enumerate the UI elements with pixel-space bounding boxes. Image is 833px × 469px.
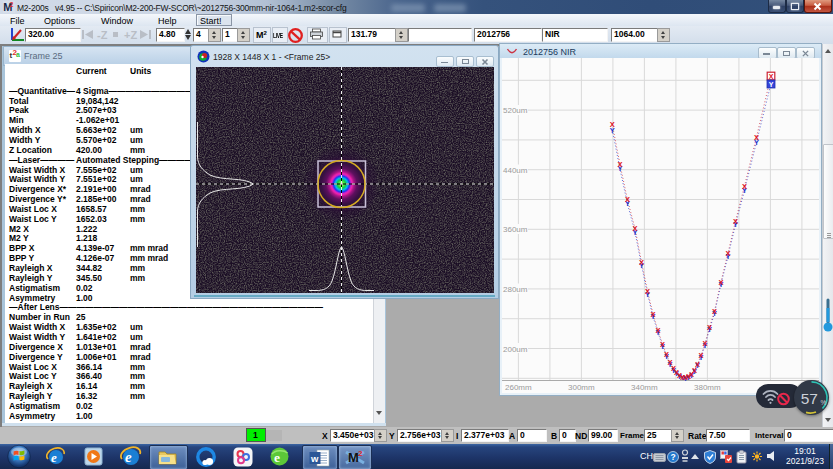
svg-text:X: X (639, 258, 644, 267)
svg-text:X: X (695, 360, 700, 369)
svg-text:-Z: -Z (97, 29, 108, 41)
svg-text:Y: Y (769, 81, 774, 88)
svg-text:380mm: 380mm (694, 383, 721, 392)
svg-text:X: X (742, 182, 747, 191)
svg-text:w: w (310, 452, 319, 463)
svg-text:X: X (617, 160, 622, 169)
svg-text:X: X (660, 340, 665, 349)
svg-text:520um: 520um (503, 106, 528, 115)
svg-text:360um: 360um (503, 225, 528, 234)
svg-text:X: X (625, 195, 630, 204)
svg-text:X: X (702, 339, 707, 348)
svg-text:300mm: 300mm (568, 383, 595, 392)
svg-text:340mm: 340mm (631, 383, 658, 392)
svg-text:260mm: 260mm (505, 383, 532, 392)
svg-text:X: X (718, 278, 723, 287)
svg-text:2: 2 (358, 449, 363, 458)
svg-text:X: X (769, 73, 774, 80)
svg-text:X: X (645, 287, 650, 296)
svg-text:X: X (650, 310, 655, 319)
svg-text:X: X (712, 307, 717, 316)
svg-text:X: X (698, 351, 703, 360)
svg-text:X: X (707, 323, 712, 332)
svg-text:57: 57 (800, 389, 817, 406)
svg-text:280um: 280um (503, 285, 528, 294)
svg-text:+Z: +Z (124, 29, 137, 41)
svg-text:X: X (655, 326, 660, 335)
svg-text:200um: 200um (503, 345, 528, 354)
svg-text:%: % (820, 398, 826, 405)
svg-text:X: X (632, 224, 637, 233)
svg-text:X: X (733, 217, 738, 226)
svg-text:X: X (725, 249, 730, 258)
svg-text:X: X (610, 120, 615, 129)
svg-text:e: e (125, 449, 132, 465)
svg-text:e: e (51, 450, 57, 465)
svg-text:440um: 440um (503, 166, 528, 175)
svg-text:2: 2 (10, 1, 14, 8)
svg-text:X: X (754, 133, 759, 142)
svg-text:?: ? (670, 452, 675, 462)
